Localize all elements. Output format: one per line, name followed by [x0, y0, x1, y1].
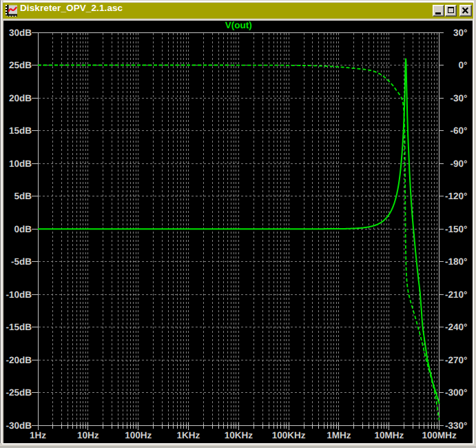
svg-text:100Hz: 100Hz — [125, 430, 152, 440]
svg-text:100KHz: 100KHz — [272, 430, 306, 440]
svg-text:10MHz: 10MHz — [374, 430, 404, 440]
svg-text:25dB: 25dB — [9, 60, 32, 70]
svg-text:-15dB: -15dB — [6, 322, 32, 332]
svg-text:-150°: -150° — [445, 224, 467, 234]
svg-text:-240°: -240° — [445, 322, 467, 332]
svg-text:-90°: -90° — [451, 159, 468, 169]
svg-text:1KHz: 1KHz — [177, 430, 200, 440]
svg-text:-25dB: -25dB — [6, 387, 32, 398]
svg-text:30dB: 30dB — [9, 28, 32, 38]
svg-text:1MHz: 1MHz — [327, 430, 351, 440]
svg-text:5dB: 5dB — [14, 191, 32, 201]
svg-text:20dB: 20dB — [9, 93, 32, 103]
svg-text:0°: 0° — [459, 60, 468, 70]
svg-text:-60°: -60° — [451, 125, 468, 136]
svg-text:0dB: 0dB — [14, 224, 32, 234]
svg-text:-30dB: -30dB — [6, 420, 32, 431]
svg-text:-180°: -180° — [445, 256, 467, 267]
svg-text:100MHz: 100MHz — [422, 430, 457, 440]
svg-text:-5dB: -5dB — [11, 256, 32, 267]
svg-text:10KHz: 10KHz — [225, 430, 253, 440]
svg-text:10Hz: 10Hz — [77, 430, 99, 440]
svg-text:-30°: -30° — [451, 93, 468, 103]
svg-text:-210°: -210° — [445, 289, 467, 300]
svg-text:-300°: -300° — [445, 387, 467, 398]
svg-text:30°: 30° — [453, 28, 467, 38]
svg-text:15dB: 15dB — [9, 125, 32, 136]
svg-text:V(out): V(out) — [225, 20, 252, 30]
svg-text:1Hz: 1Hz — [30, 430, 46, 440]
svg-text:-10dB: -10dB — [6, 289, 32, 300]
svg-text:10dB: 10dB — [9, 159, 32, 169]
svg-text:-120°: -120° — [445, 191, 467, 201]
svg-text:-20dB: -20dB — [6, 355, 32, 365]
svg-text:-270°: -270° — [445, 355, 467, 365]
